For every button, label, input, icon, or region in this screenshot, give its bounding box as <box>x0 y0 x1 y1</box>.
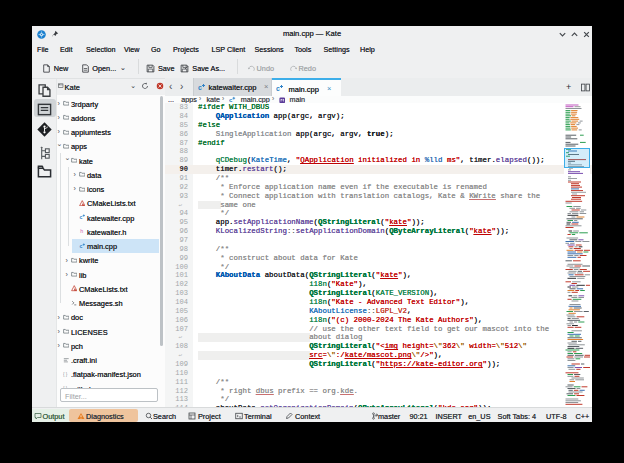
svg-text:c: c <box>79 243 82 249</box>
svg-text:c: c <box>79 214 82 220</box>
svg-text:h: h <box>80 229 83 235</box>
svg-text:{ }: { } <box>63 372 68 377</box>
svg-text:c: c <box>229 96 233 103</box>
svg-text:c: c <box>198 84 202 91</box>
svg-text:c: c <box>276 84 280 91</box>
